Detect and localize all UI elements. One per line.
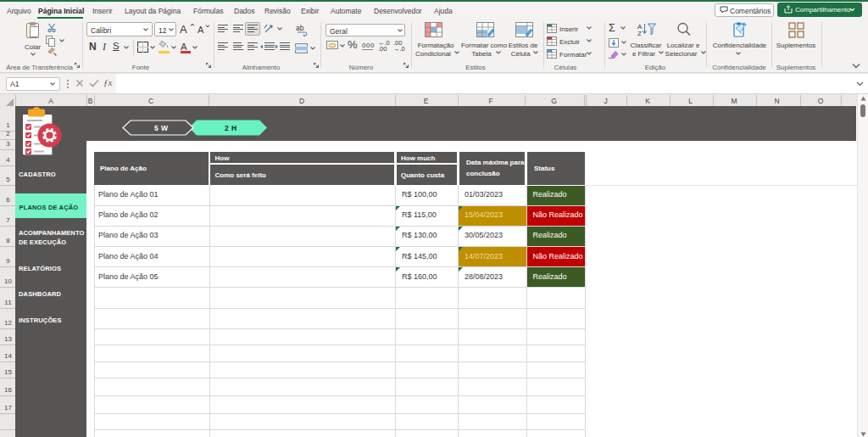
- svg-text:Z: Z: [637, 30, 642, 36]
- svg-text:2 H: 2 H: [225, 124, 237, 132]
- svg-text:5 W: 5 W: [154, 124, 169, 132]
